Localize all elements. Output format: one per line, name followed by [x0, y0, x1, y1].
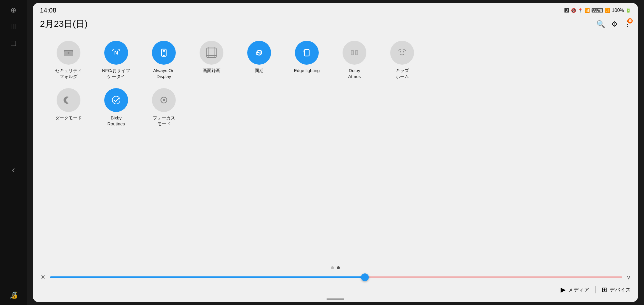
nfc-label: NFC/おサイフケータイ — [102, 68, 130, 79]
svg-text:N: N — [114, 50, 118, 56]
devices-label: デバイス — [609, 286, 631, 293]
bluetooth-icon: 🅱 — [564, 8, 569, 13]
always-on-display-label: Always OnDisplay — [153, 68, 175, 79]
tile-always-on-display[interactable]: Always OnDisplay — [140, 38, 188, 82]
lines-icon[interactable]: ||| — [10, 23, 16, 29]
tile-sync[interactable]: 同期 — [235, 38, 283, 82]
sync-label: 同期 — [255, 68, 264, 74]
svg-rect-22 — [356, 51, 357, 55]
tile-dolby-atmos[interactable]: DolbyAtmos — [331, 38, 378, 82]
tile-edge-lighting[interactable]: Edge lighting — [283, 38, 331, 82]
battery-icon: 🔋 — [626, 8, 631, 13]
brightness-slider[interactable] — [50, 276, 622, 278]
security-folder-icon — [57, 41, 80, 65]
dark-mode-label: ダークモード — [55, 115, 82, 121]
tile-dark-mode[interactable]: ダークモード — [45, 85, 92, 130]
tiles-area: セキュリティフォルダ N NFC/おサイフケータイ — [33, 35, 638, 263]
sidebar: ⊕ ||| □ ‹ 🔏 — [0, 0, 27, 305]
nfc-icon: N — [104, 41, 128, 65]
more-button[interactable]: ⋮ 新 — [624, 20, 631, 28]
svg-point-31 — [163, 99, 165, 101]
tile-focus-mode[interactable]: フォーカスモード — [140, 85, 188, 130]
svg-point-23 — [397, 47, 407, 58]
svg-point-16 — [301, 47, 312, 58]
page-indicators — [33, 263, 638, 271]
svg-rect-9 — [163, 51, 165, 52]
tiles-row-2: ダークモード BixbyRoutines — [45, 85, 626, 130]
brightness-thumb[interactable] — [361, 273, 369, 281]
svg-point-25 — [403, 51, 404, 52]
media-button[interactable]: ▶ メディア — [561, 286, 589, 294]
tile-kids-home[interactable]: キッズホーム — [378, 38, 426, 82]
brightness-row: ☀ ∨ — [33, 271, 638, 284]
home-indicator[interactable] — [326, 298, 344, 300]
edge-lighting-label: Edge lighting — [294, 68, 320, 74]
focus-mode-icon — [152, 88, 176, 112]
edge-lighting-icon — [295, 41, 319, 65]
home-indicator-bar — [33, 297, 638, 302]
settings-button[interactable]: ⚙ — [611, 20, 618, 28]
svg-rect-1 — [64, 51, 73, 56]
svg-rect-2 — [68, 52, 69, 54]
focus-mode-label: フォーカスモード — [153, 115, 175, 127]
svg-point-24 — [400, 51, 401, 52]
svg-rect-7 — [163, 55, 165, 56]
gamepad-icon[interactable]: ⊕ — [10, 6, 16, 14]
lock-rotation-icon[interactable]: 🔏 — [10, 291, 18, 299]
mute-icon: 🔇 — [571, 8, 576, 13]
kids-home-label: キッズホーム — [396, 68, 409, 79]
header: 2月23日(日) 🔍 ⚙ ⋮ 新 — [33, 17, 638, 35]
page-dot-2[interactable] — [337, 266, 340, 269]
svg-rect-10 — [207, 48, 216, 57]
tile-bixby-routines[interactable]: BixbyRoutines — [92, 85, 140, 130]
battery-percent: 100% — [612, 8, 624, 13]
status-icons: 🅱 🔇 📍 📶 VoLTE 📶 100% 🔋 — [564, 8, 631, 13]
tile-nfc[interactable]: N NFC/おサイフケータイ — [92, 38, 140, 82]
bixby-routines-label: BixbyRoutines — [107, 115, 125, 127]
status-bar: 14:08 🅱 🔇 📍 📶 VoLTE 📶 100% 🔋 — [33, 3, 638, 17]
wifi-icon: 📶 — [585, 8, 590, 13]
location-icon: 📍 — [578, 8, 583, 13]
new-badge: 新 — [627, 18, 633, 24]
media-play-icon: ▶ — [561, 286, 566, 294]
tile-screen-record[interactable]: 画面録画 — [188, 38, 235, 82]
dolby-atmos-label: DolbyAtmos — [348, 68, 361, 79]
devices-button[interactable]: ⊞ デバイス — [602, 286, 631, 294]
signal-icon: 📶 — [605, 8, 610, 13]
tiles-row-1: セキュリティフォルダ N NFC/おサイフケータイ — [45, 38, 626, 82]
bixby-routines-icon — [104, 88, 128, 112]
screen-record-label: 画面録画 — [203, 68, 220, 74]
expand-brightness-button[interactable]: ∨ — [626, 274, 631, 281]
svg-rect-14 — [214, 47, 214, 58]
square-icon[interactable]: □ — [11, 38, 16, 48]
svg-rect-8 — [163, 50, 165, 51]
header-date: 2月23日(日) — [40, 18, 88, 30]
volte-label: VoLTE — [592, 8, 603, 13]
media-label: メディア — [568, 286, 589, 293]
svg-rect-18 — [304, 50, 304, 52]
always-on-display-icon — [152, 41, 176, 65]
bottom-row: ▶ メディア ⊞ デバイス — [33, 284, 638, 297]
svg-rect-11 — [206, 50, 217, 50]
screen-record-icon — [200, 41, 223, 65]
dolby-atmos-icon — [343, 41, 366, 65]
dark-mode-icon — [57, 88, 80, 112]
svg-rect-13 — [209, 47, 209, 58]
page-dot-1[interactable] — [331, 266, 334, 269]
security-folder-label: セキュリティフォルダ — [55, 68, 82, 79]
header-actions: 🔍 ⚙ ⋮ 新 — [596, 20, 631, 28]
sync-icon — [247, 41, 271, 65]
brightness-icon: ☀ — [40, 273, 46, 281]
search-button[interactable]: 🔍 — [596, 20, 605, 28]
phone-container: 14:08 🅱 🔇 📍 📶 VoLTE 📶 100% 🔋 2月23日(日) 🔍 … — [27, 0, 644, 305]
kids-home-icon — [390, 41, 414, 65]
status-time: 14:08 — [40, 7, 56, 14]
phone-screen: 14:08 🅱 🔇 📍 📶 VoLTE 📶 100% 🔋 2月23日(日) 🔍 … — [33, 3, 638, 302]
bottom-divider — [595, 286, 596, 293]
back-icon[interactable]: ‹ — [12, 164, 15, 175]
svg-rect-21 — [351, 51, 353, 55]
svg-rect-12 — [206, 55, 217, 56]
devices-grid-icon: ⊞ — [602, 286, 607, 294]
tile-security-folder[interactable]: セキュリティフォルダ — [45, 38, 92, 82]
